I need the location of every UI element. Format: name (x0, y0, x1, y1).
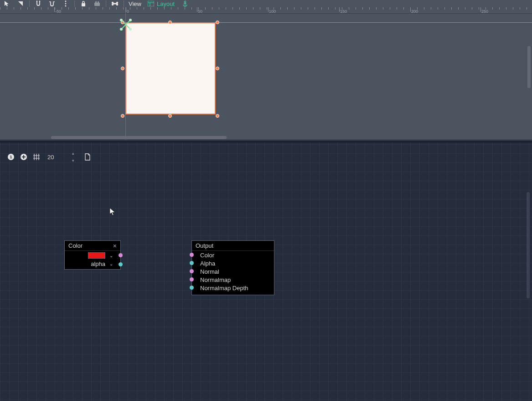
svg-rect-8 (98, 1, 99, 3)
graph-toolbar: 1 20 (0, 150, 98, 164)
svg-rect-7 (95, 1, 97, 3)
output-input-label: Normalmap Depth (196, 285, 248, 292)
output-input-label: Normalmap (196, 276, 231, 283)
toolbar-separator (124, 0, 124, 7)
grid-size-stepper[interactable] (72, 152, 77, 162)
output-input-row: Color (192, 251, 274, 259)
group-lock-icon[interactable] (90, 0, 104, 7)
svg-point-3 (65, 3, 67, 5)
svg-rect-13 (113, 3, 117, 5)
svg-point-26 (120, 28, 123, 31)
output-input-row: Normal (192, 267, 274, 276)
node-alpha-output-row: alpha ⌄ (65, 260, 120, 269)
zoom-reset-icon[interactable]: 1 (6, 152, 15, 161)
node-color[interactable]: Color × ⌄ alpha ⌄ (64, 240, 121, 270)
svg-rect-14 (148, 1, 154, 6)
svg-rect-6 (94, 3, 100, 6)
arrow-tool-icon[interactable] (0, 0, 14, 7)
output-port-color[interactable] (119, 253, 123, 257)
node-output-title: Output (196, 242, 213, 249)
snap-object-icon[interactable] (31, 0, 45, 7)
file-icon[interactable] (83, 152, 92, 161)
svg-point-4 (65, 5, 67, 7)
output-input-label: Alpha (196, 260, 215, 267)
ruler-label: 250 (481, 9, 488, 14)
output-input-label: Normal (196, 268, 219, 275)
ruler-label: 50 (198, 9, 202, 14)
layout-icon (148, 1, 154, 6)
node-output-header[interactable]: Output (192, 241, 274, 251)
shader-graph-panel[interactable]: 1 20 Color × ⌄ alpha ⌄ (0, 141, 532, 401)
input-port[interactable] (190, 261, 194, 265)
ruler-horizontal: -50050100150200250 (0, 7, 532, 14)
input-port[interactable] (190, 253, 194, 257)
resize-handle-br[interactable] (216, 114, 219, 118)
svg-point-2 (65, 1, 67, 2)
ruler-label: 200 (411, 9, 418, 14)
viewport-scrollbar-v[interactable] (527, 46, 531, 88)
svg-rect-5 (82, 3, 85, 6)
ruler-label: -50 (55, 9, 61, 14)
chevron-down-icon[interactable]: ⌄ (109, 253, 113, 258)
ruler-label: 0 (127, 9, 129, 14)
lock-icon[interactable] (77, 0, 90, 7)
output-input-row: Alpha (192, 259, 274, 267)
toolbar-separator (29, 0, 30, 7)
resize-handle-tl[interactable] (121, 21, 124, 24)
more-options-icon[interactable] (59, 0, 72, 7)
color-swatch[interactable] (88, 252, 105, 259)
output-input-label: Color (196, 252, 214, 259)
ruler-label: 150 (340, 9, 347, 14)
top-toolbar: View Layout (0, 0, 532, 7)
resize-handle-tc[interactable] (168, 21, 172, 24)
bone-icon[interactable] (108, 0, 122, 7)
input-port[interactable] (190, 277, 194, 281)
ruler-label: 100 (269, 9, 276, 14)
horizontal-guide-line[interactable] (0, 22, 532, 23)
layout-label: Layout (157, 0, 175, 7)
grid-snap-icon[interactable] (32, 152, 41, 161)
grid-size-input[interactable]: 20 (45, 152, 68, 162)
resize-handle-tr[interactable] (216, 21, 219, 24)
svg-point-17 (184, 1, 186, 3)
select-tool-icon[interactable] (14, 0, 27, 7)
close-icon[interactable]: × (113, 243, 117, 249)
zoom-in-icon[interactable] (19, 152, 28, 161)
output-port-alpha[interactable] (119, 262, 123, 266)
input-port[interactable] (190, 269, 194, 273)
resize-handle-bl[interactable] (121, 114, 124, 118)
viewport-scrollbar-h[interactable] (51, 136, 227, 139)
input-port[interactable] (190, 286, 194, 290)
node-color-title: Color (68, 242, 83, 249)
layout-menu[interactable]: Layout (144, 0, 178, 7)
resize-handle-ml[interactable] (121, 67, 124, 70)
node-color-output-row: ⌄ (65, 251, 120, 260)
output-input-row: Normalmap Depth (192, 284, 274, 292)
view-menu[interactable]: View (126, 0, 144, 7)
node-output[interactable]: Output ColorAlphaNormalNormalmapNormalma… (191, 240, 274, 295)
node-alpha-label: alpha (91, 260, 105, 267)
svg-point-0 (36, 1, 38, 2)
svg-text:1: 1 (10, 155, 12, 159)
selected-sprite[interactable] (125, 22, 216, 115)
svg-point-1 (39, 1, 41, 2)
resize-handle-bc[interactable] (168, 114, 172, 118)
canvas-viewport[interactable]: -50050100150200250 (0, 7, 532, 140)
chevron-down-icon[interactable]: ⌄ (109, 261, 113, 266)
svg-point-25 (129, 19, 132, 21)
anchor-icon[interactable] (178, 0, 192, 7)
snap-grid-icon[interactable] (45, 0, 59, 7)
node-color-header[interactable]: Color × (65, 241, 120, 251)
output-input-row: Normalmap (192, 276, 274, 284)
toolbar-separator (74, 0, 75, 7)
resize-handle-mr[interactable] (216, 67, 219, 70)
toolbar-separator (106, 0, 106, 7)
graph-scrollbar-v[interactable] (527, 192, 530, 298)
